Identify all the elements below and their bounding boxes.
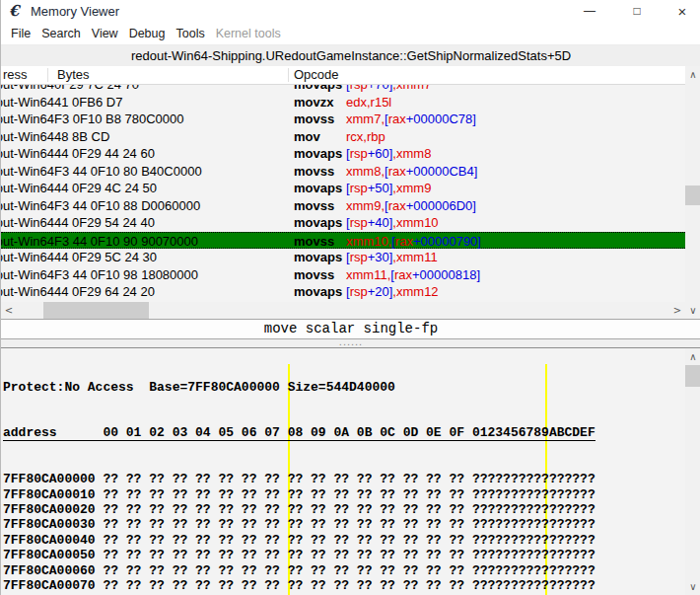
operand-segment: rax <box>394 267 412 282</box>
selected-disasm-row[interactable]: out-Win64F3 44 0F10 90 90070000movssxmm1… <box>1 232 685 250</box>
maximize-button[interactable]: □ <box>618 0 656 23</box>
menu-item-view[interactable]: View <box>92 27 118 40</box>
scrollbar-thumb[interactable] <box>43 302 149 319</box>
scroll-up-icon[interactable]: ∧ <box>685 66 700 83</box>
operand-segment: rax <box>388 198 406 213</box>
column-header-address[interactable]: ress <box>3 66 28 84</box>
mnemonic-cell: movaps <box>294 283 342 301</box>
hex-row[interactable]: 7FF80CA00000 ?? ?? ?? ?? ?? ?? ?? ?? ?? … <box>3 472 595 486</box>
close-button[interactable]: × <box>664 0 700 23</box>
operand-segment: ,xmm8 <box>392 146 431 161</box>
hex-row[interactable]: 7FF80CA00030 ?? ?? ?? ?? ?? ?? ?? ?? ?? … <box>3 517 595 532</box>
operand-segment: +00000CB4] <box>406 164 478 179</box>
disasm-row[interactable]: out-Win640F29 7C 24 70movaps[rsp+70],xmm… <box>1 85 685 94</box>
disasm-row[interactable]: out-Win64F3 44 0F10 98 18080000movssxmm1… <box>1 266 685 284</box>
menu-item-tools[interactable]: Tools <box>175 27 204 40</box>
bytes-cell: 44 0F29 64 24 20 <box>54 283 155 301</box>
menubar: FileSearchViewDebugToolsKernel tools <box>1 23 700 45</box>
disassembly-list: out-Win640F29 7C 24 70movaps[rsp+70],xmm… <box>1 85 685 302</box>
column-divider[interactable] <box>47 68 48 82</box>
hex-row[interactable]: 7FF80CA00050 ?? ?? ?? ?? ?? ?? ?? ?? ?? … <box>3 548 595 562</box>
hex-row[interactable]: 7FF80CA00060 ?? ?? ?? ?? ?? ?? ?? ?? ?? … <box>3 563 595 578</box>
operand-segment: +00000C78] <box>406 112 476 126</box>
scrollbar-thumb[interactable] <box>685 186 700 205</box>
bytes-cell: F3 44 0F10 98 18080000 <box>54 266 198 284</box>
mnemonic-cell: movss <box>294 111 334 128</box>
menu-item-search[interactable]: Search <box>41 27 81 40</box>
operand-segment: rax <box>388 164 406 179</box>
address-cell: out-Win64 <box>1 283 54 301</box>
scroll-right-icon[interactable]: > <box>669 302 685 319</box>
disasm-row[interactable]: out-Win64F3 0F10 B8 780C0000movssxmm7,[r… <box>1 111 685 128</box>
hex-column-header: address 00 01 02 03 04 05 06 07 08 09 0A… <box>3 425 595 441</box>
mnemonic-cell: movss <box>294 233 334 251</box>
operand-segment: +20] <box>368 284 393 299</box>
address-cell: out-Win64 <box>1 249 54 266</box>
operand-segment: +000006D0] <box>406 198 476 213</box>
scrollbar-thumb[interactable] <box>685 365 700 387</box>
disasm-row[interactable]: out-Win64F3 44 0F10 88 D0060000movssxmm9… <box>1 197 685 215</box>
disasm-row[interactable]: out-Win6444 0F29 54 24 40movaps[rsp+40],… <box>1 214 685 232</box>
disasm-row[interactable]: out-Win64F3 44 0F10 80 B40C0000movssxmm8… <box>1 163 685 181</box>
operands-cell: xmm10,[rax+00000790] <box>346 233 481 251</box>
v-scrollbar-disasm[interactable]: ∧ ∨ <box>685 66 700 319</box>
column-divider[interactable] <box>288 68 289 82</box>
hex-row[interactable]: 7FF80CA00010 ?? ?? ?? ?? ?? ?? ?? ?? ?? … <box>3 487 595 502</box>
operand-segment: rsp <box>350 284 368 299</box>
operand-segment: rsp <box>350 250 368 264</box>
operands-cell: xmm7,[rax+00000C78] <box>346 111 476 128</box>
column-header-bytes[interactable]: Bytes <box>57 66 90 84</box>
operand-segment: edx,r15l <box>346 95 391 110</box>
scroll-up-icon[interactable]: ∧ <box>685 348 700 365</box>
disasm-row[interactable]: out-Win6444 0F29 4C 24 50movaps[rsp+50],… <box>1 180 685 197</box>
menu-item-kernel-tools[interactable]: Kernel tools <box>216 27 281 40</box>
hex-row[interactable]: 7FF80CA00070 ?? ?? ?? ?? ?? ?? ?? ?? ?? … <box>3 578 595 593</box>
hex-column-header-text: address 00 01 02 03 04 05 06 07 08 09 0A… <box>3 425 595 441</box>
operands-cell: [rsp+70],xmm7 <box>346 85 431 94</box>
menu-item-debug[interactable]: Debug <box>129 27 166 40</box>
operand-segment: xmm11, <box>346 267 390 282</box>
disasm-row[interactable]: out-Win6444 0F29 64 24 20movaps[rsp+20],… <box>1 283 685 301</box>
bytes-cell: 0F29 7C 24 70 <box>54 85 139 94</box>
mnemonic-cell: mov <box>294 128 320 146</box>
h-scrollbar-disasm[interactable]: < > <box>1 302 685 319</box>
scroll-down-icon[interactable]: ∨ <box>685 302 700 319</box>
menu-item-file[interactable]: File <box>11 27 31 40</box>
operand-segment: +00000818] <box>412 267 480 282</box>
hex-rows: 7FF80CA00000 ?? ?? ?? ?? ?? ?? ?? ?? ?? … <box>3 472 595 595</box>
bytes-cell: F3 44 0F10 88 D0060000 <box>54 197 200 215</box>
scroll-left-icon[interactable]: < <box>1 302 17 319</box>
hex-row[interactable]: 7FF80CA00040 ?? ?? ?? ?? ?? ?? ?? ?? ?? … <box>3 533 595 548</box>
operands-cell: [rsp+30],xmm11 <box>346 249 438 266</box>
operand-segment: ,xmm10 <box>392 215 438 230</box>
column-header-opcode[interactable]: Opcode <box>294 66 339 84</box>
address-cell: out-Win64 <box>1 128 54 146</box>
operands-cell: xmm8,[rax+00000CB4] <box>346 163 477 181</box>
operand-segment: ,xmm7 <box>392 85 431 92</box>
panel-splitter[interactable]: ...... <box>1 339 700 347</box>
operand-segment: +40] <box>368 215 393 230</box>
bytes-cell: 44 0F29 5C 24 30 <box>54 249 157 266</box>
operands-cell: [rsp+60],xmm8 <box>346 145 431 163</box>
operand-segment: rsp <box>350 85 368 92</box>
scroll-down-icon[interactable]: ∨ <box>685 578 700 595</box>
address-cell: out-Win64 <box>1 197 54 215</box>
mnemonic-cell: movaps <box>294 180 342 197</box>
operand-segment: ,xmm11 <box>392 250 437 264</box>
disasm-row[interactable]: out-Win6444 0F29 44 24 60movaps[rsp+60],… <box>1 145 685 163</box>
disasm-row[interactable]: out-Win6441 0FB6 D7movzxedx,r15l <box>1 94 685 112</box>
operand-segment: xmm9, <box>346 198 385 213</box>
address-cell: out-Win64 <box>1 233 54 251</box>
minimize-button[interactable]: — <box>571 0 608 23</box>
cheat-engine-app-icon: € <box>9 2 25 20</box>
window-title: Memory Viewer <box>31 0 119 23</box>
mnemonic-cell: movzx <box>294 94 333 112</box>
operand-segment: xmm7, <box>346 112 385 126</box>
operands-cell: edx,r15l <box>346 94 391 112</box>
disasm-row[interactable]: out-Win6448 8B CDmovrcx,rbp <box>1 128 685 146</box>
hex-row[interactable]: 7FF80CA00020 ?? ?? ?? ?? ?? ?? ?? ?? ?? … <box>3 502 595 517</box>
memory-viewer-window: € Memory Viewer — □ × FileSearchViewDebu… <box>0 0 700 595</box>
disasm-row[interactable]: out-Win6444 0F29 5C 24 30movaps[rsp+30],… <box>1 249 685 266</box>
v-scrollbar-hex[interactable]: ∧ ∨ <box>685 348 700 595</box>
bytes-cell: 44 0F29 44 24 60 <box>54 145 155 163</box>
